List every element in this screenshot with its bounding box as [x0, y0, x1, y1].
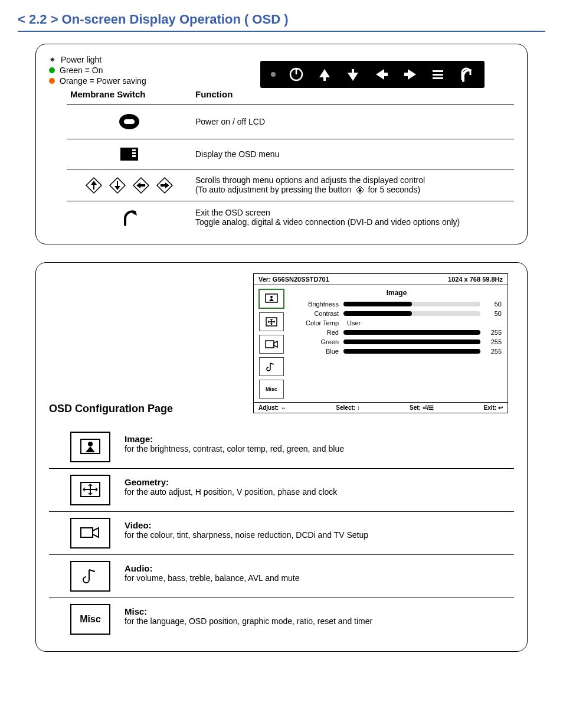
geometry-icon [70, 475, 110, 505]
config-row-misc: Misc Misc:for the language, OSD position… [49, 598, 514, 641]
osd-contrast-label: Contrast [292, 310, 339, 317]
svg-rect-23 [266, 341, 274, 348]
image-icon [70, 432, 110, 462]
arrow-left-outline-icon [132, 177, 150, 194]
arrow-down-outline-icon [109, 177, 126, 194]
menu-icon [430, 67, 446, 82]
legend-power-light: Power light [61, 55, 102, 64]
svg-rect-27 [81, 528, 93, 537]
osd-tab-audio [259, 357, 284, 376]
osd-red-val: 255 [485, 329, 502, 336]
config-row-geometry: Geometry:for the auto adjust, H position… [49, 469, 514, 512]
svg-rect-2 [433, 70, 443, 72]
power-icon [289, 67, 304, 82]
svg-rect-9 [132, 149, 136, 151]
misc-icon: Misc [70, 604, 110, 635]
arrow-right-icon [402, 67, 417, 82]
svg-rect-10 [132, 152, 136, 154]
config-row-video: Video:for the colour, tint, sharpness, n… [49, 512, 514, 555]
green-dot-icon [49, 67, 55, 73]
legend-orange: Orange = Power saving [60, 76, 146, 86]
osd-page-title: Image [292, 289, 502, 297]
osd-foot-set: Set: ⏎/☰ [410, 404, 434, 411]
video-icon [70, 518, 110, 549]
osd-brightness-label: Brightness [292, 301, 339, 308]
osd-green-label: Green [292, 338, 339, 345]
fn-power: Power on / off LCD [192, 105, 514, 139]
panel-membrane: ✴Power light Green = On Orange = Power s… [35, 44, 528, 244]
fn-arrows: Scrolls through menu options and adjusts… [192, 169, 514, 201]
arrow-up-icon [317, 67, 332, 82]
table-row: Exit the OSD screen Toggle analog, digit… [67, 201, 514, 234]
arrow-down-inline-icon [355, 185, 365, 195]
osd-tab-geometry [259, 312, 284, 331]
table-row: Display the OSD menu [67, 139, 514, 169]
arrow-down-icon [345, 67, 361, 82]
svg-rect-3 [433, 74, 443, 76]
arrow-left-icon [374, 67, 389, 82]
osd-foot-adjust: Adjust: ↔ [258, 404, 286, 411]
fn-menu: Display the OSD menu [192, 139, 514, 169]
exit-button-icon [119, 207, 139, 227]
legend-green: Green = On [60, 66, 103, 75]
orange-dot-icon [49, 78, 55, 84]
exit-icon [459, 67, 474, 82]
arrow-right-outline-icon [156, 177, 174, 194]
video-tab-icon [264, 338, 279, 350]
osd-screenshot: Ver: G56SN20SSTD701 1024 x 768 59.8Hz [253, 273, 508, 413]
table-row: Scrolls through menu options and adjusts… [67, 169, 514, 201]
osd-colortemp-label: Color Temp [292, 319, 339, 327]
audio-icon [70, 561, 110, 592]
arrow-up-outline-icon [85, 177, 103, 194]
osd-foot-select: Select: ↕ [336, 404, 360, 411]
col-switch: Membrane Switch [67, 84, 192, 105]
button-strip-graphic [260, 61, 485, 88]
panel-osd-config: Ver: G56SN20SSTD701 1024 x 768 59.8Hz [35, 262, 528, 652]
osd-tab-misc: Misc [259, 380, 284, 399]
osd-mode: 1024 x 768 59.8Hz [448, 276, 503, 283]
osd-brightness-val: 50 [485, 301, 502, 308]
osd-blue-val: 255 [485, 348, 502, 355]
page-title: < 2.2 > On-screen Display Operation ( OS… [18, 12, 545, 32]
osd-red-label: Red [292, 329, 339, 336]
osd-contrast-val: 50 [485, 310, 502, 317]
osd-colortemp-val: User [343, 319, 382, 327]
osd-tab-video [259, 335, 284, 354]
svg-point-21 [270, 296, 273, 298]
svg-point-25 [88, 442, 93, 446]
config-row-image: Image:for the brightness, contrast, colo… [49, 426, 514, 469]
config-row-audio: Audio:for volume, bass, treble, balance,… [49, 555, 514, 598]
osd-green-val: 255 [485, 338, 502, 345]
svg-rect-7 [124, 119, 135, 124]
image-tab-icon [264, 293, 279, 305]
audio-tab-icon [264, 361, 279, 373]
table-row: Power on / off LCD [67, 105, 514, 139]
menu-button-icon [119, 145, 139, 163]
osd-blue-label: Blue [292, 348, 339, 355]
power-button-icon [118, 110, 140, 133]
svg-rect-4 [433, 77, 443, 79]
fn-exit: Exit the OSD screen Toggle analog, digit… [192, 201, 514, 234]
membrane-table: Membrane Switch Function Power on / off … [67, 84, 514, 233]
osd-version: Ver: G56SN20SSTD701 [258, 276, 329, 283]
osd-tab-image [258, 289, 284, 309]
osd-foot-exit: Exit: ↩ [484, 404, 503, 411]
gear-icon: ✴ [49, 55, 56, 64]
svg-rect-11 [132, 155, 136, 157]
led-dot-icon [271, 72, 276, 77]
geometry-tab-icon [264, 316, 279, 328]
